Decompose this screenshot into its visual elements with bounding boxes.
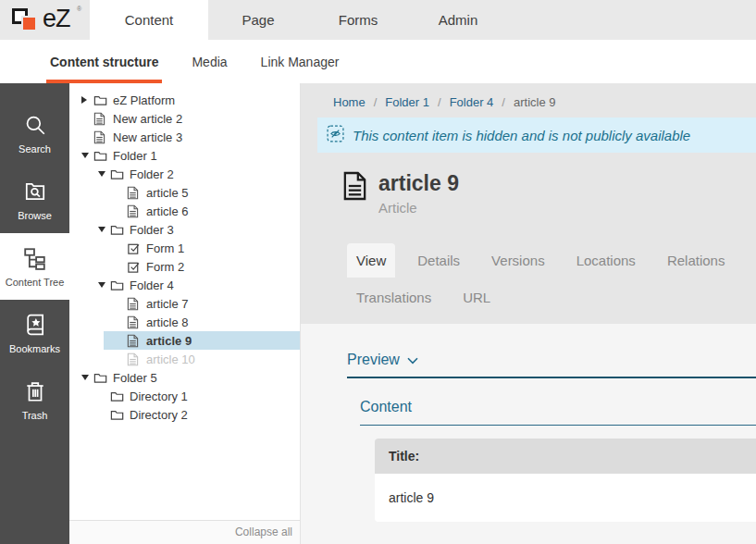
sidebar-item-bookmarks[interactable]: Bookmarks (0, 300, 69, 366)
workspace: SearchBrowseContent TreeBookmarksTrash e… (0, 83, 756, 544)
tree-item-folder-3[interactable]: Folder 3 (69, 220, 300, 239)
bookmarks-icon (23, 313, 47, 337)
tree-item-ez-platform[interactable]: eZ Platform (69, 91, 300, 109)
tab-translations[interactable]: Translations (347, 280, 440, 315)
tree-item-folder-1[interactable]: Folder 1 (69, 146, 300, 165)
tree-item-label: Folder 5 (113, 371, 157, 385)
breadcrumb-separator: / (374, 95, 378, 109)
collapse-arrow-icon[interactable] (81, 153, 89, 158)
article-icon (342, 171, 367, 216)
tree-item-folder-2[interactable]: Folder 2 (69, 165, 300, 183)
form-icon (127, 241, 141, 255)
collapse-all-button[interactable]: Collapse all (235, 525, 292, 538)
tree-item-new-article-2[interactable]: New article 2 (69, 109, 300, 128)
top-nav: ContentPageFormsAdmin (90, 0, 756, 40)
breadcrumb-separator: / (502, 95, 505, 109)
article-icon (93, 112, 107, 126)
sidebar-item-search[interactable]: Search (0, 100, 69, 167)
tree-item-folder-5[interactable]: Folder 5 (69, 368, 300, 387)
preview-toggle[interactable]: Preview (347, 352, 756, 378)
collapse-arrow-icon[interactable] (98, 171, 105, 177)
top-tab-admin[interactable]: Admin (408, 0, 508, 40)
sidebar-item-label: Search (19, 143, 51, 155)
tree-item-form-2[interactable]: Form 2 (69, 257, 300, 276)
sidebar-item-content-tree[interactable]: Content Tree (0, 233, 69, 300)
ez-platform-admin: eZ ® ContentPageFormsAdmin Content struc… (0, 0, 756, 544)
tree-item-label: article 6 (146, 204, 189, 218)
sub-tab-content-structure[interactable]: Content structure (46, 40, 162, 83)
page-title: article 9 (378, 169, 459, 197)
tab-url[interactable]: URL (453, 280, 500, 315)
tree-item-label: New article 2 (113, 112, 182, 126)
collapse-arrow-icon[interactable] (98, 282, 105, 288)
tree-item-directory-2[interactable]: Directory 2 (69, 405, 300, 424)
tree-item-article-8[interactable]: article 8 (69, 313, 300, 331)
sidebar: SearchBrowseContent TreeBookmarksTrash (0, 83, 69, 544)
tree-item-article-10[interactable]: article 10 (69, 350, 300, 368)
breadcrumb: Home/Folder 1/Folder 4/article 9 (301, 83, 756, 117)
content-title-block: article 9 Article (342, 169, 756, 216)
folder-icon (110, 223, 124, 237)
sidebar-item-label: Bookmarks (9, 343, 60, 354)
trash-icon (23, 379, 47, 403)
tree-item-form-1[interactable]: Form 1 (69, 239, 300, 257)
tree-item-label: New article 3 (113, 130, 182, 144)
tree-item-article-9[interactable]: article 9 (104, 331, 300, 350)
breadcrumb-item-folder-4[interactable]: Folder 4 (450, 95, 494, 109)
article-icon (93, 130, 107, 144)
tree-item-new-article-3[interactable]: New article 3 (69, 128, 300, 146)
tree-item-label: Directory 1 (130, 389, 188, 403)
content-tabs: ViewDetailsVersionsLocationsRelationsTra… (347, 243, 756, 315)
sidebar-item-label: Content Tree (6, 277, 65, 288)
breadcrumb-separator: / (438, 95, 441, 109)
tree-item-folder-4[interactable]: Folder 4 (69, 276, 300, 294)
tree-item-label: article 9 (146, 334, 192, 348)
ez-logo-orange-square-icon (21, 16, 37, 31)
tab-versions[interactable]: Versions (482, 243, 554, 278)
sub-nav: Content structureMediaLink Manager (0, 40, 756, 83)
registered-mark: ® (77, 6, 81, 12)
breadcrumb-item-folder-1[interactable]: Folder 1 (385, 95, 429, 109)
folder-icon (110, 389, 124, 403)
tab-locations[interactable]: Locations (567, 243, 645, 278)
sub-tab-link-manager[interactable]: Link Manager (257, 40, 343, 83)
top-tab-forms[interactable]: Forms (308, 0, 408, 40)
tree-item-article-7[interactable]: article 7 (69, 294, 300, 313)
folder-icon (110, 278, 124, 292)
tree-item-article-6[interactable]: article 6 (69, 202, 300, 220)
folder-icon (93, 371, 107, 385)
sidebar-item-label: Browse (18, 210, 52, 221)
tab-details[interactable]: Details (408, 243, 469, 278)
top-tab-content[interactable]: Content (90, 0, 208, 40)
top-tab-page[interactable]: Page (208, 0, 308, 40)
ez-logo[interactable]: eZ ® (0, 0, 90, 40)
article-icon (127, 334, 141, 348)
tree-item-label: eZ Platform (113, 93, 175, 107)
sub-tab-media[interactable]: Media (188, 40, 230, 83)
sidebar-item-browse[interactable]: Browse (0, 167, 69, 233)
collapse-arrow-icon[interactable] (81, 375, 89, 380)
content-tree-list: eZ PlatformNew article 2New article 3Fol… (69, 83, 300, 424)
tree-item-label: Folder 1 (113, 149, 157, 163)
view-tab-panel: Preview Content Title:article 9 (301, 324, 756, 544)
field-name: Title: (375, 439, 756, 474)
tree-item-directory-1[interactable]: Directory 1 (69, 387, 300, 405)
form-icon (127, 260, 141, 274)
tree-item-label: Form 1 (146, 241, 184, 255)
content-tree-icon (22, 246, 47, 270)
folder-icon (110, 408, 124, 422)
tab-view[interactable]: View (347, 243, 395, 278)
tree-item-label: Folder 4 (130, 278, 174, 292)
breadcrumb-item-article-9: article 9 (514, 95, 556, 109)
sidebar-item-trash[interactable]: Trash (0, 366, 69, 433)
tab-relations[interactable]: Relations (658, 243, 735, 278)
content-tree-panel: eZ PlatformNew article 2New article 3Fol… (69, 83, 301, 544)
browse-icon (23, 179, 47, 204)
breadcrumb-item-home[interactable]: Home (333, 95, 366, 109)
search-icon (23, 113, 47, 137)
tree-item-article-5[interactable]: article 5 (69, 183, 300, 202)
tree-item-label: Folder 3 (130, 223, 174, 237)
expand-arrow-icon[interactable] (81, 96, 87, 104)
title-texts: article 9 Article (378, 169, 459, 216)
collapse-arrow-icon[interactable] (98, 227, 105, 232)
